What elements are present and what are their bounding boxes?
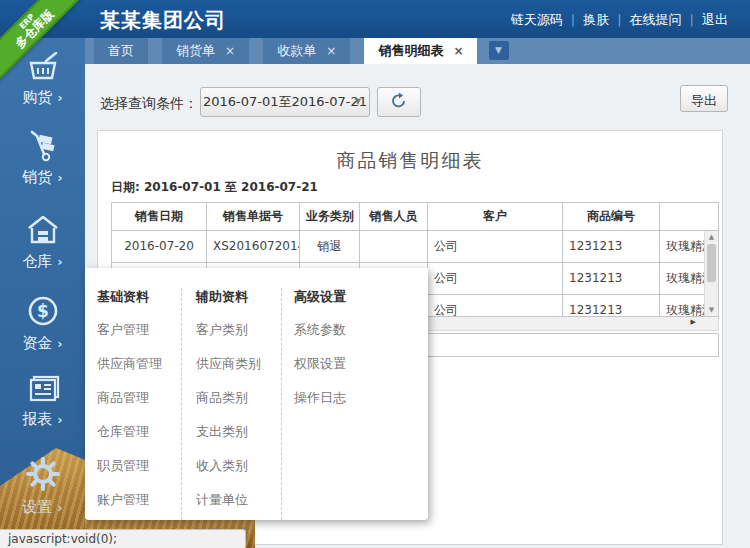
menu-item-product-category[interactable]: 商品类别 — [196, 389, 281, 407]
menu-item-unit-of-measure[interactable]: 计量单位 — [196, 491, 281, 509]
menu-item-customer-mgmt[interactable]: 客户管理 — [97, 321, 181, 339]
link-source[interactable]: 链天源码 — [511, 12, 563, 27]
menu-item-operation-log[interactable]: 操作日志 — [294, 389, 428, 407]
cell-biz-type: 销退 — [300, 231, 360, 262]
link-separator: | — [571, 12, 575, 27]
popup-section-header: 基础资料 — [97, 288, 181, 306]
sidebar-item-reports[interactable]: 报表› — [0, 374, 85, 429]
col-header: 销售人员 — [360, 203, 428, 230]
sidebar-label: 销货 — [22, 168, 52, 186]
top-links: 链天源码|换肤|在线提问|退出 — [503, 11, 736, 29]
tab-home[interactable]: 首页 — [94, 38, 148, 64]
sidebar-label: 报表 — [22, 410, 52, 428]
link-separator: | — [617, 12, 621, 27]
query-condition-label: 选择查询条件： — [100, 95, 198, 113]
dollar-icon: $ — [26, 294, 60, 328]
menu-item-system-params[interactable]: 系统参数 — [294, 321, 428, 339]
sidebar-label: 资金 — [22, 334, 52, 352]
sidebar: 购货› 销货› 仓库› $ 资金› 报 — [0, 38, 85, 548]
sidebar-item-funds[interactable]: $ 资金› — [0, 294, 85, 353]
sidebar-item-settings[interactable]: 设置› — [0, 456, 85, 517]
chevron-right-icon: › — [57, 412, 62, 427]
vertical-scrollbar[interactable]: ▲ ▼ — [704, 231, 718, 316]
chevron-right-icon: › — [57, 170, 62, 185]
col-header: 销售单据号 — [207, 203, 300, 230]
basket-icon — [26, 52, 60, 82]
link-skin[interactable]: 换肤 — [583, 12, 609, 27]
top-header-bar: 某某集团公司 链天源码|换肤|在线提问|退出 — [0, 0, 750, 38]
close-tab-icon[interactable]: × — [225, 44, 235, 58]
tab-label: 销货单 — [176, 43, 215, 58]
menu-item-staff-mgmt[interactable]: 职员管理 — [97, 457, 181, 475]
menu-item-product-mgmt[interactable]: 商品管理 — [97, 389, 181, 407]
link-online-help[interactable]: 在线提问 — [630, 12, 682, 27]
cell-order-no: XS20160720145855 — [207, 231, 300, 262]
cell-product-code: 1231213 — [563, 295, 660, 317]
menu-item-income-category[interactable]: 收入类别 — [196, 457, 281, 475]
chevron-right-icon: › — [57, 336, 62, 351]
col-header — [660, 203, 720, 230]
warehouse-icon — [25, 214, 61, 246]
tab-sales-detail[interactable]: 销售明细表× — [364, 38, 477, 64]
menu-item-supplier-mgmt[interactable]: 供应商管理 — [97, 355, 181, 373]
tab-sales-order[interactable]: 销货单× — [162, 38, 249, 64]
scroll-up-icon[interactable]: ▲ — [705, 231, 718, 243]
table-row[interactable]: 2016-07-20 XS20160720145855 销退 公司 123121… — [112, 231, 718, 263]
menu-item-expense-category[interactable]: 支出类别 — [196, 423, 281, 441]
popup-column-advanced: 高级设置 系统参数 权限设置 操作日志 — [281, 288, 428, 520]
refresh-button[interactable] — [377, 87, 421, 117]
tab-label: 销售明细表 — [378, 43, 443, 58]
popup-section-header: 高级设置 — [294, 288, 428, 306]
scroll-down-icon[interactable]: ▼ — [705, 304, 718, 316]
cell-customer: 公司 — [428, 231, 563, 262]
date-range-value: 2016-07-01至2016-07-21 — [203, 94, 367, 109]
menu-item-permission-settings[interactable]: 权限设置 — [294, 355, 428, 373]
tab-list-dropdown[interactable]: ▼ — [489, 41, 509, 60]
scrollbar-thumb[interactable] — [707, 244, 716, 282]
link-logout[interactable]: 退出 — [702, 12, 728, 27]
close-tab-icon[interactable]: × — [326, 44, 336, 58]
cart-icon — [26, 130, 60, 162]
tab-label: 首页 — [108, 43, 134, 58]
sidebar-label: 仓库 — [22, 252, 52, 270]
menu-item-warehouse-mgmt[interactable]: 仓库管理 — [97, 423, 181, 441]
chevron-right-icon: › — [57, 500, 62, 515]
cell-salesperson — [360, 231, 428, 262]
chevron-right-icon: › — [57, 254, 62, 269]
link-separator: | — [690, 12, 694, 27]
caret-down-icon: ▼ — [355, 88, 361, 116]
col-header: 商品编号 — [563, 203, 660, 230]
sidebar-label: 设置 — [22, 498, 52, 516]
chevron-right-icon: › — [57, 90, 62, 105]
status-text: javascript:void(0); — [8, 532, 117, 546]
gear-icon — [25, 456, 61, 492]
cell-product-code: 1231213 — [563, 263, 660, 294]
browser-status-tooltip: javascript:void(0); — [0, 529, 246, 548]
cell-customer: 公司 — [428, 263, 563, 294]
table-header-row: 销售日期 销售单据号 业务类别 销售人员 客户 商品编号 — [111, 202, 719, 231]
menu-item-account-mgmt[interactable]: 账户管理 — [97, 491, 181, 509]
sidebar-item-sales[interactable]: 销货› — [0, 130, 85, 187]
tab-bar: 首页 销货单× 收款单× 销售明细表× ▼ — [85, 38, 750, 64]
close-tab-icon[interactable]: × — [453, 44, 463, 58]
menu-item-customer-category[interactable]: 客户类别 — [196, 321, 281, 339]
export-button[interactable]: 导出 — [680, 85, 728, 112]
menu-item-supplier-category[interactable]: 供应商类别 — [196, 355, 281, 373]
tab-receipt[interactable]: 收款单× — [263, 38, 350, 64]
scroll-right-icon[interactable]: ▶ — [691, 318, 696, 326]
popup-column-basic: 基础资料 客户管理 供应商管理 商品管理 仓库管理 职员管理 账户管理 — [97, 288, 181, 520]
sidebar-item-warehouse[interactable]: 仓库› — [0, 214, 85, 271]
chevron-down-icon: ▼ — [495, 45, 502, 55]
tab-label: 收款单 — [277, 43, 316, 58]
report-icon — [25, 374, 61, 404]
cell-sale-date: 2016-07-20 — [112, 231, 207, 262]
popup-column-auxiliary: 辅助资料 客户类别 供应商类别 商品类别 支出类别 收入类别 计量单位 结算方式 — [181, 288, 281, 520]
app-title: 某某集团公司 — [100, 7, 226, 34]
sidebar-label: 购货 — [22, 88, 52, 106]
col-header: 客户 — [428, 203, 563, 230]
report-date-range: 日期: 2016-07-01 至 2016-07-21 — [111, 179, 318, 196]
svg-text:$: $ — [37, 301, 49, 321]
report-title: 商品销售明细表 — [98, 148, 722, 174]
date-range-select[interactable]: 2016-07-01至2016-07-21 ▼ — [200, 87, 370, 117]
refresh-icon — [390, 92, 408, 110]
